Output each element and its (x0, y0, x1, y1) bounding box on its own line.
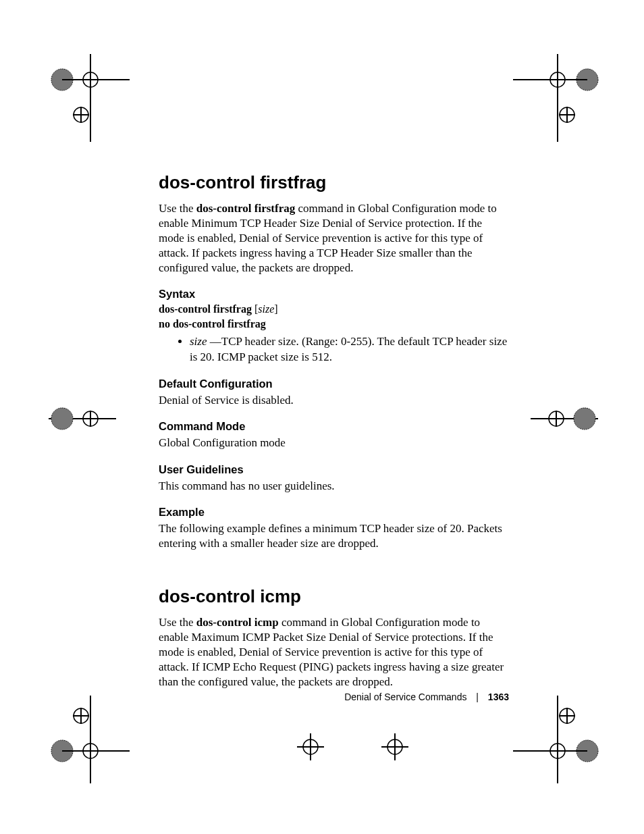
user-guidelines-text: This command has no user guidelines. (159, 479, 510, 494)
heading-dos-control-firstfrag: dos-control firstfrag (159, 172, 510, 193)
intro-command: dos-control firstfrag (196, 202, 296, 215)
heading-dos-control-icmp: dos-control icmp (159, 586, 510, 607)
registration-mark-mid-right (531, 392, 598, 446)
example-text: The following example defines a minimum … (159, 521, 510, 551)
syntax-no-line: no dos-control firstfrag (159, 318, 510, 330)
syntax-param: size (258, 303, 274, 315)
syntax-bracket-close: ] (274, 303, 277, 315)
syntax-heading: Syntax (159, 288, 510, 301)
footer-section: Denial of Service Commands (344, 692, 466, 702)
registration-mark-bottom-center-2 (375, 727, 415, 767)
command-mode-heading: Command Mode (159, 420, 510, 433)
param-list: size —TCP header size. (Range: 0-255). T… (159, 334, 510, 365)
param-desc: —TCP header size. (Range: 0-255). The de… (190, 335, 507, 363)
registration-mark-top-left (49, 54, 130, 142)
intro-paragraph: Use the dos-control firstfrag command in… (159, 201, 510, 276)
svg-point-43 (51, 408, 73, 429)
command-mode-text: Global Configuration mode (159, 436, 510, 450)
registration-mark-mid-left (49, 392, 116, 446)
registration-mark-top-right (513, 54, 601, 142)
default-config-text: Denial of Service is disabled. (159, 393, 510, 408)
syntax-cmd: dos-control firstfrag (159, 303, 252, 315)
registration-mark-bottom-left (49, 696, 130, 783)
default-config-heading: Default Configuration (159, 377, 510, 390)
footer-separator: | (476, 692, 479, 702)
footer-page-number: 1363 (488, 692, 509, 702)
intro-pre-2: Use the (159, 616, 196, 629)
param-name: size (190, 335, 207, 348)
user-guidelines-heading: User Guidelines (159, 463, 510, 476)
registration-mark-bottom-right (513, 696, 601, 783)
intro-command-2: dos-control icmp (196, 616, 279, 629)
page-content: dos-control firstfrag Use the dos-contro… (159, 172, 510, 699)
intro-pre: Use the (159, 202, 196, 215)
registration-mark-bottom-center-1 (290, 727, 331, 767)
param-list-item: size —TCP header size. (Range: 0-255). T… (190, 334, 510, 365)
intro-paragraph-2: Use the dos-control icmp command in Glob… (159, 615, 510, 689)
svg-point-51 (574, 408, 595, 429)
example-heading: Example (159, 506, 510, 519)
syntax-line-1: dos-control firstfrag [size] (159, 303, 510, 315)
